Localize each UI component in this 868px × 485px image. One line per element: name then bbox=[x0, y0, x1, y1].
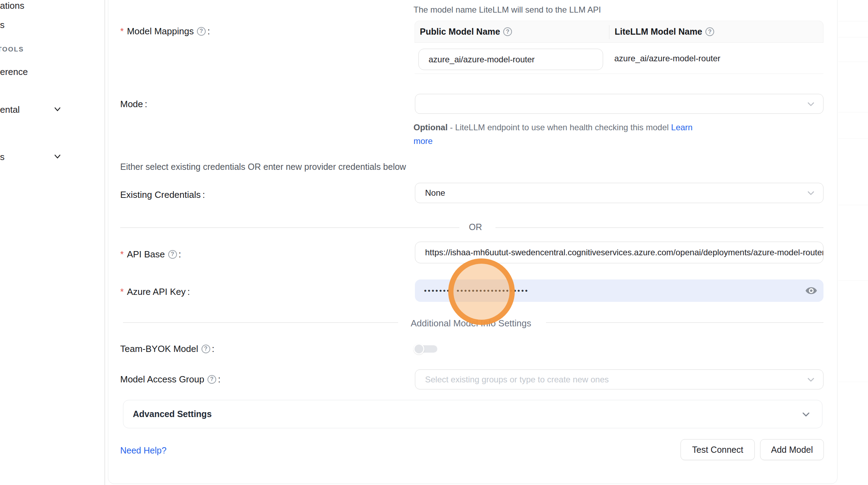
advanced-settings-panel[interactable]: Advanced Settings bbox=[123, 400, 822, 428]
divider-line bbox=[546, 322, 823, 323]
model-access-group-label: Model Access Group ? : bbox=[120, 374, 220, 385]
litellm-model-name-help: The model name LiteLLM will send to the … bbox=[414, 5, 601, 15]
select-value: None bbox=[415, 188, 445, 198]
label-colon: : bbox=[203, 189, 205, 200]
help-text: - LiteLLM endpoint to use when health ch… bbox=[447, 123, 671, 132]
sidebar-item-label: ental bbox=[0, 104, 20, 115]
header-text: LiteLLM Model Name bbox=[615, 27, 702, 37]
public-model-name-input[interactable]: azure_ai/azure-model-router bbox=[418, 49, 603, 70]
model-mappings-table: Public Model Name ? LiteLLM Model Name ?… bbox=[415, 21, 823, 74]
mode-label: Mode : bbox=[120, 98, 147, 110]
sidebar: ations s TOOLS erence ental s bbox=[0, 0, 105, 485]
chevron-down-icon bbox=[806, 188, 815, 198]
mode-select[interactable] bbox=[415, 94, 823, 114]
label-colon: : bbox=[187, 286, 190, 297]
mode-help-text: Optional - LiteLLM endpoint to use when … bbox=[414, 120, 704, 148]
help-question-icon[interactable]: ? bbox=[168, 250, 177, 259]
help-question-icon[interactable]: ? bbox=[207, 375, 216, 384]
label-text: API Base bbox=[127, 249, 165, 260]
sidebar-item-label: s bbox=[0, 20, 5, 30]
sidebar-item-erence[interactable]: erence bbox=[0, 67, 28, 77]
label-text: Azure API Key bbox=[127, 286, 186, 297]
required-asterisk: * bbox=[120, 26, 124, 37]
label-colon: : bbox=[218, 374, 220, 385]
sidebar-item-label: erence bbox=[0, 67, 28, 77]
chevron-down-icon[interactable] bbox=[53, 152, 62, 161]
help-question-icon[interactable]: ? bbox=[197, 27, 206, 36]
background-row-line bbox=[838, 62, 868, 62]
sidebar-item-ations[interactable]: ations bbox=[0, 0, 24, 11]
label-colon: : bbox=[207, 26, 210, 37]
eye-icon[interactable] bbox=[805, 284, 818, 297]
chevron-down-icon bbox=[806, 99, 815, 109]
help-question-icon[interactable]: ? bbox=[503, 27, 512, 36]
input-value: https://ishaa-mh6uutut-swedencentral.cog… bbox=[415, 248, 823, 257]
team-byok-toggle[interactable] bbox=[414, 344, 438, 355]
add-model-page: ations s TOOLS erence ental s The model … bbox=[0, 0, 868, 485]
table-header-row: Public Model Name ? LiteLLM Model Name ? bbox=[415, 21, 823, 43]
column-divider bbox=[609, 25, 609, 39]
background-row-line bbox=[838, 138, 868, 139]
label-colon: : bbox=[212, 344, 214, 354]
sidebar-section-tools: TOOLS bbox=[0, 46, 24, 53]
test-connect-button[interactable]: Test Connect bbox=[681, 439, 755, 460]
chevron-down-icon[interactable] bbox=[53, 105, 62, 113]
header-text: Public Model Name bbox=[420, 27, 500, 37]
input-value: azure_ai/azure-model-router bbox=[419, 55, 535, 64]
label-text: Team-BYOK Model bbox=[120, 344, 198, 354]
api-base-label: * API Base ? : bbox=[120, 249, 181, 260]
sidebar-item-ental[interactable]: ental bbox=[0, 104, 20, 115]
required-asterisk: * bbox=[120, 286, 124, 297]
sidebar-item-s1[interactable]: s bbox=[0, 20, 5, 30]
password-dots: ••••••• bbox=[424, 286, 451, 295]
table-row: azure_ai/azure-model-router azure_ai/azu… bbox=[415, 43, 823, 74]
background-row-line bbox=[838, 205, 868, 205]
azure-api-key-label: * Azure API Key : bbox=[120, 286, 190, 297]
label-text: Model Access Group bbox=[120, 374, 204, 385]
divider-line bbox=[120, 227, 459, 228]
label-text: Model Mappings bbox=[127, 26, 194, 37]
help-question-icon[interactable]: ? bbox=[201, 345, 210, 353]
existing-credentials-label: Existing Credentials : bbox=[120, 189, 205, 200]
chevron-down-icon bbox=[806, 375, 815, 384]
label-colon: : bbox=[145, 99, 147, 110]
masked-password-value: ••••••• ••••••••••••••••••• bbox=[415, 286, 529, 295]
help-question-icon[interactable]: ? bbox=[705, 27, 714, 36]
sidebar-item-s2[interactable]: s bbox=[0, 152, 5, 162]
sidebar-item-label: ations bbox=[0, 0, 24, 11]
chevron-down-icon bbox=[801, 409, 811, 419]
azure-api-key-input[interactable]: ••••••• ••••••••••••••••••• bbox=[415, 279, 823, 302]
team-byok-label: Team-BYOK Model ? : bbox=[120, 343, 214, 354]
divider-line bbox=[123, 322, 398, 323]
toggle-knob bbox=[414, 344, 424, 354]
sidebar-divider bbox=[104, 0, 105, 485]
model-mappings-label: * Model Mappings ? : bbox=[120, 26, 210, 37]
background-row-line bbox=[838, 280, 868, 280]
help-bold: Optional bbox=[414, 123, 447, 132]
api-base-input[interactable]: https://ishaa-mh6uutut-swedencentral.cog… bbox=[415, 242, 823, 263]
required-asterisk: * bbox=[120, 249, 124, 260]
label-text: Existing Credentials bbox=[120, 189, 201, 200]
litellm-model-name-value: azure_ai/azure-model-router bbox=[614, 43, 720, 74]
background-row-line bbox=[838, 21, 868, 21]
advanced-settings-title: Advanced Settings bbox=[123, 409, 212, 419]
column-header-litellm-model-name: LiteLLM Model Name ? bbox=[609, 27, 714, 37]
sidebar-section-label: TOOLS bbox=[0, 46, 24, 53]
password-dots: ••••••••••••••••••• bbox=[457, 286, 529, 295]
or-divider-text: OR bbox=[469, 222, 482, 232]
credentials-note: Either select existing credentials OR en… bbox=[120, 162, 406, 172]
divider-line bbox=[495, 227, 823, 228]
background-row-line bbox=[838, 37, 868, 37]
label-colon: : bbox=[179, 249, 181, 260]
select-placeholder: Select existing groups or type to create… bbox=[415, 375, 609, 384]
sidebar-item-label: s bbox=[0, 152, 5, 162]
need-help-link[interactable]: Need Help? bbox=[120, 445, 166, 456]
additional-settings-divider-text: Additional Model Info Settings bbox=[411, 318, 531, 329]
label-text: Mode bbox=[120, 99, 143, 110]
existing-credentials-select[interactable]: None bbox=[415, 183, 823, 203]
column-header-public-model-name: Public Model Name ? bbox=[415, 27, 609, 37]
add-model-button[interactable]: Add Model bbox=[760, 439, 824, 460]
model-access-group-select[interactable]: Select existing groups or type to create… bbox=[415, 369, 823, 389]
background-row-line bbox=[838, 112, 868, 112]
background-row-line bbox=[838, 382, 868, 382]
